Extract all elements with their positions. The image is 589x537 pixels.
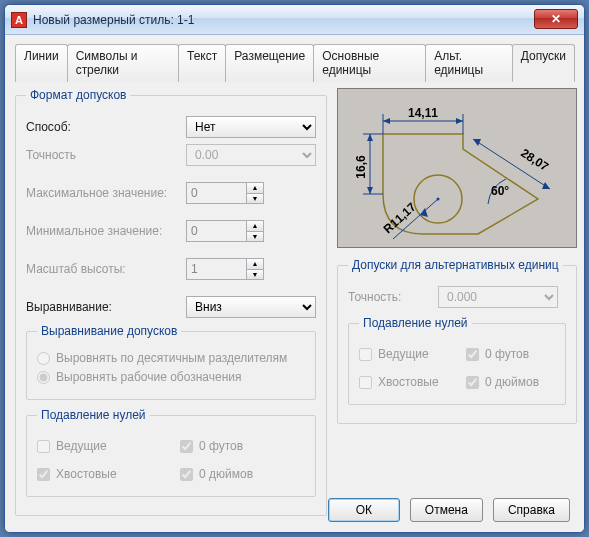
method-select[interactable]: Нет [186,116,316,138]
feet-check [180,440,193,453]
precision-select: 0.00 [186,144,316,166]
spin-down-icon: ▼ [246,231,264,243]
button-row: ОК Отмена Справка [328,498,570,522]
leading-label: Ведущие [56,439,107,453]
tab-arrows[interactable]: Символы и стрелки [67,44,179,82]
max-spinner: ▲▼ [186,182,266,204]
tolerance-align-legend: Выравнивание допусков [37,324,181,338]
spin-up-icon: ▲ [246,182,264,193]
svg-point-16 [437,198,440,201]
align-label: Выравнивание: [26,300,186,314]
tab-tolerances[interactable]: Допуски [512,44,575,82]
alt-precision-select: 0.000 [438,286,558,308]
method-label: Способ: [26,120,186,134]
window-title: Новый размерный стиль: 1-1 [33,13,194,27]
dim-top: 14,11 [408,106,438,120]
right-column: 14,11 16,6 28,07 [337,88,577,524]
svg-marker-4 [383,118,390,124]
min-spinner: ▲▼ [186,220,266,242]
align-decimal-label: Выровнять по десятичным разделителям [56,351,287,365]
svg-marker-13 [542,182,550,189]
spin-down-icon: ▼ [246,269,264,281]
alt-feet-check [466,348,479,361]
tab-fit[interactable]: Размещение [225,44,314,82]
close-icon: ✕ [551,12,561,26]
alt-inches-label: 0 дюймов [485,375,539,389]
alt-trailing-label: Хвостовые [378,375,439,389]
dim-left: 16,6 [354,155,368,179]
content-panel: Формат допусков Способ: Нет Точность 0.0… [15,88,574,524]
alt-tolerance-legend: Допуски для альтернативных единиц [348,258,563,272]
tolerance-format-legend: Формат допусков [26,88,130,102]
svg-marker-9 [367,134,373,141]
close-button[interactable]: ✕ [534,9,578,29]
preview-pane: 14,11 16,6 28,07 [337,88,577,248]
max-label: Максимальное значение: [26,186,186,200]
dim-diag: 28,07 [518,146,551,174]
help-button[interactable]: Справка [493,498,570,522]
dialog-window: A Новый размерный стиль: 1-1 ✕ Линии Сим… [4,4,585,533]
max-input [186,182,246,204]
alt-trailing-check [359,376,372,389]
tolerance-format-group: Формат допусков Способ: Нет Точность 0.0… [15,88,327,516]
tab-primary-units[interactable]: Основные единицы [313,44,426,82]
zero-suppression-legend: Подавление нулей [37,408,150,422]
alt-inches-check [466,376,479,389]
alt-zero-suppression-group: Подавление нулей Ведущие 0 футов Хвостов… [348,316,566,405]
client-area: Линии Символы и стрелки Текст Размещение… [5,35,584,532]
tabstrip: Линии Символы и стрелки Текст Размещение… [15,43,574,82]
ok-button[interactable]: ОК [328,498,400,522]
feet-label: 0 футов [199,439,243,453]
alt-zero-legend: Подавление нулей [359,316,472,330]
align-decimal-radio [37,352,50,365]
dim-angle: 60° [491,184,509,198]
svg-marker-10 [367,187,373,194]
spin-down-icon: ▼ [246,193,264,205]
svg-marker-12 [473,139,481,146]
tolerance-align-group: Выравнивание допусков Выровнять по десят… [26,324,316,400]
app-icon: A [11,12,27,28]
svg-marker-5 [456,118,463,124]
tab-lines[interactable]: Линии [15,44,68,82]
dim-radius: R11,17 [381,200,419,237]
left-column: Формат допусков Способ: Нет Точность 0.0… [15,88,327,524]
tab-text[interactable]: Текст [178,44,226,82]
trailing-check [37,468,50,481]
zero-suppression-group: Подавление нулей Ведущие 0 футов Хвостов… [26,408,316,497]
tab-alt-units[interactable]: Альт. единицы [425,44,513,82]
leading-check [37,440,50,453]
align-operational-label: Выровнять рабочие обозначения [56,370,242,384]
alt-precision-label: Точность: [348,290,438,304]
spin-up-icon: ▲ [246,220,264,231]
precision-label: Точность [26,148,186,162]
inches-check [180,468,193,481]
scale-label: Масштаб высоты: [26,262,186,276]
scale-spinner: ▲▼ [186,258,266,280]
min-label: Минимальное значение: [26,224,186,238]
alt-tolerance-group: Допуски для альтернативных единиц Точнос… [337,258,577,424]
scale-input [186,258,246,280]
alt-feet-label: 0 футов [485,347,529,361]
trailing-label: Хвостовые [56,467,117,481]
titlebar: A Новый размерный стиль: 1-1 ✕ [5,5,584,35]
alt-leading-label: Ведущие [378,347,429,361]
min-input [186,220,246,242]
cancel-button[interactable]: Отмена [410,498,483,522]
inches-label: 0 дюймов [199,467,253,481]
align-select[interactable]: Вниз [186,296,316,318]
alt-leading-check [359,348,372,361]
align-operational-radio [37,371,50,384]
spin-up-icon: ▲ [246,258,264,269]
preview-drawing: 14,11 16,6 28,07 [338,89,578,249]
